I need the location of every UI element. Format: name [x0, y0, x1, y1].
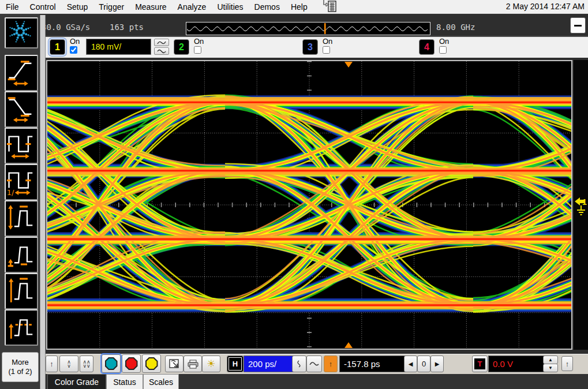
channel-1-scale-field[interactable]: 180 mV/ [86, 39, 151, 55]
delay-zero-button[interactable]: 0 [417, 356, 430, 372]
bandwidth-readout: 8.00 GHz [436, 23, 475, 32]
stop-button[interactable] [122, 354, 141, 373]
eye-diagram[interactable] [46, 60, 572, 350]
svg-text:1/: 1/ [7, 188, 14, 197]
channel-1-button[interactable]: 1 [50, 39, 65, 55]
minimize-button[interactable] [570, 17, 586, 33]
trigger-menu-button[interactable]: T [472, 356, 488, 372]
panel-divider [40, 15, 46, 389]
more-page-indicator: (1 of 2) [8, 367, 32, 376]
period-icon [6, 129, 35, 160]
channel-1-coupling-ac-button[interactable] [154, 39, 169, 46]
menu-setup[interactable]: Setup [67, 2, 88, 12]
menu-trigger[interactable]: Trigger [99, 2, 124, 12]
menu-analyze[interactable]: Analyze [178, 2, 207, 12]
agilent-logo [5, 17, 38, 48]
channel-4-on-checkbox[interactable] [439, 46, 447, 54]
rise-time-icon [6, 56, 35, 88]
sidebar-measure-rise-time-button[interactable] [5, 55, 38, 91]
menu-control[interactable]: Control [30, 2, 56, 12]
menu-help[interactable]: Help [291, 2, 308, 12]
menu-file[interactable]: File [6, 2, 19, 12]
channel-1-on-label: On [70, 37, 80, 46]
channel-4-button[interactable]: 4 [419, 39, 435, 55]
channel-1-label: 1 [55, 42, 60, 53]
channel-2-button[interactable]: 2 [174, 39, 189, 55]
left-triangle-icon: ◀ [409, 361, 413, 367]
sidebar-measure-vmin-button[interactable] [5, 237, 38, 273]
minimize-icon [574, 25, 582, 27]
channel-1-on-checkbox[interactable] [70, 46, 77, 54]
zoom-squiggle-small-button[interactable] [292, 356, 306, 372]
tab-scales[interactable]: Scales [143, 374, 179, 389]
delay-field[interactable]: -157.8 ps [339, 356, 406, 372]
screenshot-button[interactable] [165, 356, 183, 372]
channel-2-on-checkbox[interactable] [194, 46, 201, 54]
delay-left-button[interactable]: ◀ [404, 356, 417, 372]
horizontal-menu-button[interactable]: H [227, 356, 244, 372]
channel-1-coupling-dc-button[interactable] [154, 47, 169, 55]
sine-icon [157, 48, 166, 54]
vertical-page-buttons[interactable]: ∧∧∨∨ [80, 356, 93, 372]
channel-3-label: 3 [308, 42, 313, 53]
sidebar-measure-fall-time-button[interactable] [5, 91, 38, 128]
sidebar-measure-vmax-button[interactable] [5, 273, 38, 309]
trigger-level-down-button[interactable]: ▼ [543, 364, 558, 372]
channel-2-label: 2 [179, 42, 184, 53]
printer-icon [188, 360, 199, 369]
double-chevron-up-down-icon: ∧∧∨∨ [83, 360, 90, 368]
channel-3-button[interactable]: 3 [302, 39, 318, 55]
single-button[interactable] [142, 354, 161, 373]
single-icon [145, 357, 158, 370]
display-brightness-button[interactable]: ☀ [202, 356, 220, 372]
menu-demos[interactable]: Demos [254, 2, 280, 12]
run-button[interactable] [102, 354, 121, 373]
sidebar-measure-vpp-button[interactable] [5, 200, 38, 237]
trigger-level-up-button[interactable]: ▲ [543, 356, 558, 364]
sample-rate-readout: 80.0 GSa/s [42, 23, 90, 32]
stop-icon [125, 357, 138, 370]
zoom-squiggle-large-button[interactable] [306, 356, 322, 372]
delay-right-button[interactable]: ▶ [430, 356, 444, 372]
calculator-icon[interactable] [322, 0, 337, 14]
v-min-icon [6, 238, 35, 270]
channel-4-label: 4 [424, 42, 429, 53]
run-icon [105, 357, 118, 370]
small-squiggle-icon [296, 360, 302, 368]
more-measurements-button[interactable]: More (1 of 2) [2, 352, 39, 382]
channel-3-on-checkbox[interactable] [323, 46, 330, 54]
trigger-t-icon: T [474, 358, 485, 369]
right-margin: 1 [574, 60, 588, 350]
tab-color-grade[interactable]: Color Grade [47, 374, 106, 389]
waveform-preview-bar[interactable] [186, 22, 430, 35]
timebase-field[interactable]: 200 ps/ [244, 356, 295, 372]
channel-3-on-label: On [323, 37, 332, 46]
svg-text:1: 1 [582, 197, 587, 207]
up-triangle-icon: ▲ [548, 357, 553, 362]
sidebar-measure-frequency-button[interactable]: 1/ [5, 164, 38, 200]
menu-measure[interactable]: Measure [135, 2, 166, 12]
v-pp-icon [6, 201, 35, 233]
sidebar-measure-vavg-button[interactable] [5, 309, 38, 346]
channel-2-on-label: On [194, 37, 204, 46]
marker-up-button[interactable]: ↑ [46, 356, 58, 372]
oscilloscope-screen: File Control Setup Trigger Measure Analy… [0, 0, 588, 389]
tab-status[interactable]: Status [106, 374, 143, 389]
ac-squiggle-icon [157, 40, 166, 45]
memory-depth-readout: 163 pts [110, 23, 144, 32]
delay-reference-button[interactable]: ↑ [324, 356, 338, 372]
trigger-marker-button[interactable]: ↑ [561, 356, 573, 371]
down-triangle-icon: ▼ [548, 365, 553, 371]
fall-time-icon [6, 92, 35, 124]
v-avg-icon [6, 311, 35, 342]
export-arrow-icon [169, 359, 179, 369]
sidebar-measure-period-button[interactable] [5, 128, 38, 164]
print-button[interactable] [183, 356, 202, 372]
sidebar: 1/ More (1 of 2) [0, 14, 39, 389]
trigger-level-field[interactable]: 0.0 V [488, 356, 545, 372]
vertical-nudge-buttons[interactable]: ∧∨ [59, 356, 78, 372]
chevron-up-down-icon: ∧∨ [67, 360, 71, 368]
menu-utilities[interactable]: Utilities [217, 2, 243, 12]
menu-bar: File Control Setup Trigger Measure Analy… [0, 0, 588, 14]
ch1-level-marker[interactable]: 1 [574, 196, 588, 219]
